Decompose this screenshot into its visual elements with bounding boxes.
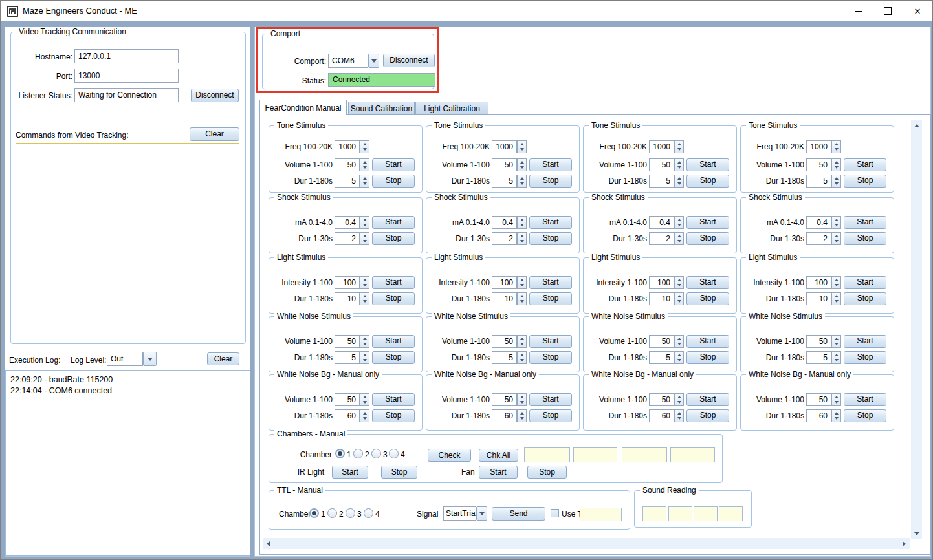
tone-start-button[interactable]: Start — [529, 158, 572, 171]
duration-spinner-buttons[interactable] — [674, 292, 684, 305]
light-start-button[interactable]: Start — [372, 276, 415, 289]
duration-spinner-value[interactable]: 5 — [492, 175, 517, 188]
freq-spinner-buttons[interactable] — [831, 140, 841, 153]
ir-light-start-button[interactable]: Start — [332, 466, 368, 479]
duration-spinner-buttons[interactable] — [831, 409, 841, 422]
white-noise-bg-stop-button[interactable]: Stop — [844, 409, 886, 422]
freq-spinner-value[interactable]: 1000 — [806, 140, 831, 153]
vt-disconnect-button[interactable]: Disconnect — [191, 89, 239, 102]
volume-spinner-value[interactable]: 50 — [492, 158, 517, 171]
light-start-button[interactable]: Start — [529, 276, 572, 289]
duration-spinner-buttons[interactable] — [831, 292, 841, 305]
duration-spinner-buttons[interactable] — [360, 409, 369, 422]
white-noise-bg-start-button[interactable]: Start — [844, 393, 886, 406]
signal-value[interactable]: StartTrial — [443, 506, 476, 521]
duration-spinner-value[interactable]: 60 — [335, 409, 360, 422]
tab-light-calibration[interactable]: Light Calibration — [415, 102, 488, 115]
light-start-button[interactable]: Start — [686, 276, 729, 289]
tone-start-button[interactable]: Start — [372, 158, 415, 171]
ma-spinner-value[interactable]: 0.4 — [335, 216, 360, 229]
fan-start-button[interactable]: Start — [479, 466, 518, 479]
white-noise-bg-start-button[interactable]: Start — [686, 393, 729, 406]
white-noise-bg-stop-button[interactable]: Stop — [529, 409, 572, 422]
ma-spinner-value[interactable]: 0.4 — [492, 216, 517, 229]
duration-spinner-value[interactable]: 5 — [335, 175, 360, 188]
tone-stop-button[interactable]: Stop — [686, 175, 729, 188]
duration-spinner-buttons[interactable] — [360, 175, 369, 188]
ttl-radio-2[interactable] — [327, 508, 337, 518]
volume-spinner-value[interactable]: 50 — [649, 158, 674, 171]
light-stop-button[interactable]: Stop — [372, 292, 415, 305]
duration-spinner-value[interactable]: 5 — [649, 175, 674, 188]
ir-light-stop-button[interactable]: Stop — [381, 466, 417, 479]
comport-disconnect-button[interactable]: Disconnect — [383, 54, 435, 67]
execution-log-area[interactable]: 22:09:20 - baudRate 115200 22:14:04 - CO… — [5, 370, 250, 556]
duration-spinner-value[interactable]: 5 — [335, 351, 360, 364]
volume-spinner-value[interactable]: 50 — [649, 335, 674, 348]
log-level-value[interactable]: Out — [107, 352, 143, 366]
intensity-spinner-buttons[interactable] — [360, 276, 369, 289]
duration-spinner-value[interactable]: 5 — [806, 175, 831, 188]
freq-spinner-buttons[interactable] — [360, 140, 369, 153]
chk-all-button[interactable]: Chk All — [479, 449, 518, 462]
volume-spinner-buttons[interactable] — [831, 335, 841, 348]
intensity-spinner-value[interactable]: 100 — [492, 276, 517, 289]
close-button[interactable]: ✕ — [903, 1, 932, 21]
volume-spinner-value[interactable]: 50 — [806, 393, 831, 406]
ma-spinner-buttons[interactable] — [831, 216, 841, 229]
light-stop-button[interactable]: Stop — [686, 292, 729, 305]
intensity-spinner-buttons[interactable] — [831, 276, 841, 289]
comport-value[interactable]: COM6 — [328, 54, 368, 68]
ma-spinner-buttons[interactable] — [517, 216, 527, 229]
ma-spinner-buttons[interactable] — [360, 216, 369, 229]
white-noise-stop-button[interactable]: Stop — [372, 351, 415, 364]
port-field[interactable]: 13000 — [74, 69, 179, 83]
duration-spinner-buttons[interactable] — [360, 351, 369, 364]
volume-spinner-buttons[interactable] — [360, 393, 369, 406]
tone-start-button[interactable]: Start — [844, 158, 886, 171]
white-noise-stop-button[interactable]: Stop — [529, 351, 572, 364]
scroll-left-button[interactable] — [263, 538, 274, 549]
shock-stop-button[interactable]: Stop — [529, 232, 572, 245]
shock-start-button[interactable]: Start — [686, 216, 729, 229]
shock-stop-button[interactable]: Stop — [686, 232, 729, 245]
volume-spinner-buttons[interactable] — [360, 335, 369, 348]
commands-clear-button[interactable]: Clear — [190, 127, 239, 141]
volume-spinner-buttons[interactable] — [831, 158, 841, 171]
duration-spinner-value[interactable]: 2 — [649, 232, 674, 245]
duration-spinner-buttons[interactable] — [517, 351, 527, 364]
ma-spinner-buttons[interactable] — [674, 216, 684, 229]
chamber-radio-1[interactable] — [335, 449, 345, 458]
light-stop-button[interactable]: Stop — [529, 292, 572, 305]
minimize-button[interactable] — [843, 1, 873, 21]
white-noise-bg-start-button[interactable]: Start — [372, 393, 415, 406]
volume-spinner-buttons[interactable] — [831, 393, 841, 406]
check-button[interactable]: Check — [428, 449, 471, 462]
freq-spinner-value[interactable]: 1000 — [335, 140, 360, 153]
volume-spinner-buttons[interactable] — [674, 158, 684, 171]
fan-stop-button[interactable]: Stop — [527, 466, 567, 479]
white-noise-start-button[interactable]: Start — [529, 335, 572, 348]
send-button[interactable]: Send — [492, 507, 545, 521]
scroll-up-button[interactable] — [911, 120, 922, 131]
tone-stop-button[interactable]: Stop — [529, 175, 572, 188]
white-noise-bg-stop-button[interactable]: Stop — [372, 409, 415, 422]
volume-spinner-value[interactable]: 50 — [492, 335, 517, 348]
maximize-button[interactable] — [873, 1, 903, 21]
duration-spinner-value[interactable]: 10 — [806, 292, 831, 305]
intensity-spinner-value[interactable]: 100 — [649, 276, 674, 289]
volume-spinner-value[interactable]: 50 — [335, 393, 360, 406]
chamber-radio-2[interactable] — [353, 449, 363, 458]
volume-spinner-value[interactable]: 50 — [806, 335, 831, 348]
signal-dropdown-button[interactable] — [476, 506, 487, 521]
intensity-spinner-buttons[interactable] — [517, 276, 527, 289]
duration-spinner-buttons[interactable] — [674, 351, 684, 364]
tone-start-button[interactable]: Start — [686, 158, 729, 171]
ttl-radio-4[interactable] — [364, 508, 373, 518]
duration-spinner-value[interactable]: 2 — [492, 232, 517, 245]
chamber-radio-3[interactable] — [371, 449, 381, 458]
intensity-spinner-value[interactable]: 100 — [806, 276, 831, 289]
duration-spinner-buttons[interactable] — [674, 175, 684, 188]
use-ttl-checkbox[interactable] — [551, 509, 559, 517]
tab-sound-calibration[interactable]: Sound Calibration — [348, 102, 415, 115]
